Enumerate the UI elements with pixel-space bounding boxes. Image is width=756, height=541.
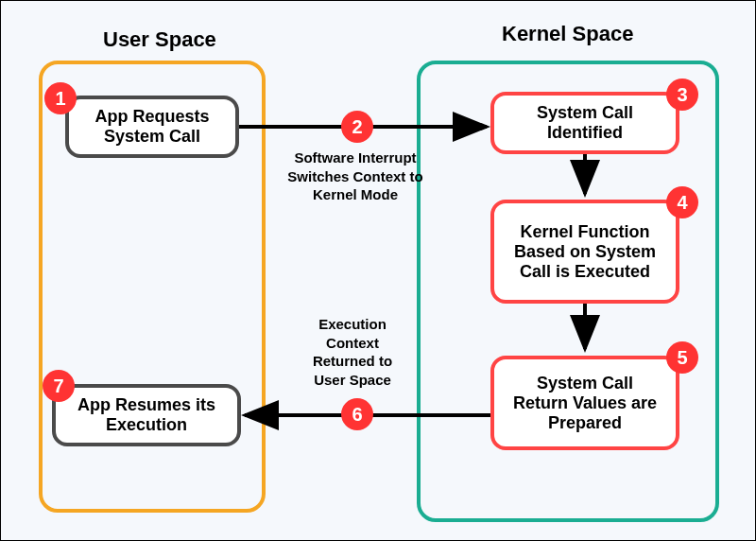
diagram-container: User Space Kernel Space App Requests Sys… <box>1 1 755 540</box>
badge-6: 6 <box>341 398 373 430</box>
badge-1: 1 <box>44 82 77 114</box>
badge-5: 5 <box>666 341 698 374</box>
arrow-1-to-3 <box>1 1 756 541</box>
badge-3: 3 <box>666 79 698 111</box>
badge-4: 4 <box>666 186 698 218</box>
badge-2: 2 <box>341 111 373 143</box>
badge-7: 7 <box>43 370 75 402</box>
arrow-label-2: Software Interrupt Switches Context to K… <box>284 148 426 204</box>
arrow-label-6: Execution Context Returned to User Space <box>296 315 409 389</box>
